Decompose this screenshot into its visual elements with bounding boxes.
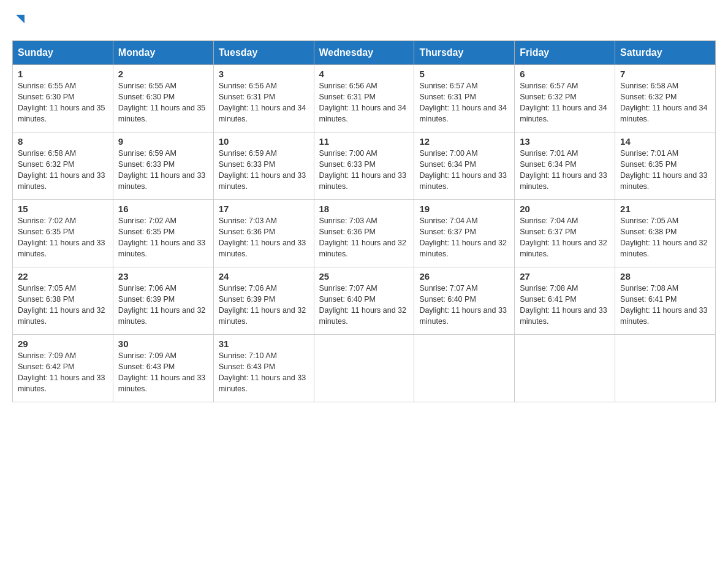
- day-info: Sunrise: 7:04 AMSunset: 6:37 PMDaylight:…: [520, 216, 607, 258]
- day-info: Sunrise: 7:02 AMSunset: 6:35 PMDaylight:…: [18, 216, 105, 258]
- calendar-cell: 13 Sunrise: 7:01 AMSunset: 6:34 PMDaylig…: [515, 132, 615, 200]
- day-info: Sunrise: 7:07 AMSunset: 6:40 PMDaylight:…: [419, 284, 506, 326]
- calendar-cell: 18 Sunrise: 7:03 AMSunset: 6:36 PMDaylig…: [314, 200, 414, 267]
- calendar-week-row: 1 Sunrise: 6:55 AMSunset: 6:30 PMDayligh…: [13, 65, 716, 132]
- day-info: Sunrise: 6:58 AMSunset: 6:32 PMDaylight:…: [18, 149, 105, 191]
- day-info: Sunrise: 6:57 AMSunset: 6:31 PMDaylight:…: [419, 82, 506, 123]
- calendar-table: SundayMondayTuesdayWednesdayThursdayFrid…: [12, 40, 716, 402]
- calendar-cell: 1 Sunrise: 6:55 AMSunset: 6:30 PMDayligh…: [13, 65, 113, 132]
- calendar-cell: 8 Sunrise: 6:58 AMSunset: 6:32 PMDayligh…: [13, 132, 113, 200]
- calendar-header-sunday: Sunday: [13, 41, 113, 65]
- calendar-cell: [515, 335, 615, 402]
- calendar-cell: 28 Sunrise: 7:08 AMSunset: 6:41 PMDaylig…: [615, 267, 716, 335]
- day-info: Sunrise: 6:59 AMSunset: 6:33 PMDaylight:…: [219, 149, 306, 191]
- calendar-week-row: 8 Sunrise: 6:58 AMSunset: 6:32 PMDayligh…: [13, 132, 716, 200]
- calendar-cell: 16 Sunrise: 7:02 AMSunset: 6:35 PMDaylig…: [113, 200, 213, 267]
- calendar-cell: 9 Sunrise: 6:59 AMSunset: 6:33 PMDayligh…: [113, 132, 213, 200]
- day-number: 9: [118, 136, 208, 147]
- day-info: Sunrise: 6:55 AMSunset: 6:30 PMDaylight:…: [18, 82, 105, 123]
- calendar-cell: 30 Sunrise: 7:09 AMSunset: 6:43 PMDaylig…: [113, 335, 213, 402]
- calendar-cell: [615, 335, 716, 402]
- day-info: Sunrise: 7:01 AMSunset: 6:35 PMDaylight:…: [620, 149, 707, 191]
- day-info: Sunrise: 7:00 AMSunset: 6:33 PMDaylight:…: [319, 149, 406, 191]
- calendar-week-row: 22 Sunrise: 7:05 AMSunset: 6:38 PMDaylig…: [13, 267, 716, 335]
- day-number: 1: [18, 69, 108, 79]
- day-info: Sunrise: 7:05 AMSunset: 6:38 PMDaylight:…: [18, 284, 105, 326]
- day-number: 25: [319, 271, 409, 282]
- day-number: 16: [118, 204, 208, 214]
- calendar-cell: 15 Sunrise: 7:02 AMSunset: 6:35 PMDaylig…: [13, 200, 113, 267]
- day-number: 4: [319, 69, 409, 79]
- calendar-cell: 24 Sunrise: 7:06 AMSunset: 6:39 PMDaylig…: [213, 267, 314, 335]
- calendar-cell: [314, 335, 414, 402]
- day-number: 29: [18, 339, 108, 349]
- day-info: Sunrise: 6:55 AMSunset: 6:30 PMDaylight:…: [118, 82, 205, 123]
- calendar-cell: 25 Sunrise: 7:07 AMSunset: 6:40 PMDaylig…: [314, 267, 414, 335]
- calendar-header-friday: Friday: [515, 41, 615, 65]
- day-info: Sunrise: 7:09 AMSunset: 6:43 PMDaylight:…: [118, 351, 205, 393]
- calendar-cell: 29 Sunrise: 7:09 AMSunset: 6:42 PMDaylig…: [13, 335, 113, 402]
- calendar-header-row: SundayMondayTuesdayWednesdayThursdayFrid…: [13, 41, 716, 65]
- calendar-cell: 31 Sunrise: 7:10 AMSunset: 6:43 PMDaylig…: [213, 335, 314, 402]
- day-info: Sunrise: 7:06 AMSunset: 6:39 PMDaylight:…: [219, 284, 306, 326]
- calendar-cell: 2 Sunrise: 6:55 AMSunset: 6:30 PMDayligh…: [113, 65, 213, 132]
- day-number: 13: [520, 136, 610, 147]
- calendar-week-row: 29 Sunrise: 7:09 AMSunset: 6:42 PMDaylig…: [13, 335, 716, 402]
- day-number: 22: [18, 271, 108, 282]
- day-number: 24: [219, 271, 309, 282]
- day-number: 19: [419, 204, 509, 214]
- calendar-header-monday: Monday: [113, 41, 213, 65]
- day-number: 31: [219, 339, 309, 349]
- day-info: Sunrise: 6:59 AMSunset: 6:33 PMDaylight:…: [118, 149, 205, 191]
- calendar-cell: 17 Sunrise: 7:03 AMSunset: 6:36 PMDaylig…: [213, 200, 314, 267]
- calendar-cell: 19 Sunrise: 7:04 AMSunset: 6:37 PMDaylig…: [414, 200, 515, 267]
- day-number: 2: [118, 69, 208, 79]
- calendar-cell: [414, 335, 515, 402]
- calendar-cell: 11 Sunrise: 7:00 AMSunset: 6:33 PMDaylig…: [314, 132, 414, 200]
- day-number: 18: [319, 204, 409, 214]
- day-number: 8: [18, 136, 108, 147]
- day-number: 26: [419, 271, 509, 282]
- day-number: 27: [520, 271, 610, 282]
- day-info: Sunrise: 7:02 AMSunset: 6:35 PMDaylight:…: [118, 216, 205, 258]
- day-number: 5: [419, 69, 509, 79]
- day-info: Sunrise: 7:06 AMSunset: 6:39 PMDaylight:…: [118, 284, 205, 326]
- calendar-cell: 22 Sunrise: 7:05 AMSunset: 6:38 PMDaylig…: [13, 267, 113, 335]
- svg-marker-0: [16, 15, 25, 23]
- day-number: 7: [620, 69, 710, 79]
- day-info: Sunrise: 7:00 AMSunset: 6:34 PMDaylight:…: [419, 149, 506, 191]
- calendar-header-saturday: Saturday: [615, 41, 716, 65]
- day-info: Sunrise: 7:03 AMSunset: 6:36 PMDaylight:…: [319, 216, 406, 258]
- calendar-cell: 27 Sunrise: 7:08 AMSunset: 6:41 PMDaylig…: [515, 267, 615, 335]
- calendar-cell: 3 Sunrise: 6:56 AMSunset: 6:31 PMDayligh…: [213, 65, 314, 132]
- calendar-header-tuesday: Tuesday: [213, 41, 314, 65]
- day-info: Sunrise: 7:04 AMSunset: 6:37 PMDaylight:…: [419, 216, 506, 258]
- logo-triangle-icon: [13, 12, 27, 26]
- day-number: 28: [620, 271, 710, 282]
- day-number: 6: [520, 69, 610, 79]
- calendar-cell: 6 Sunrise: 6:57 AMSunset: 6:32 PMDayligh…: [515, 65, 615, 132]
- day-number: 10: [219, 136, 309, 147]
- day-number: 11: [319, 136, 409, 147]
- day-number: 12: [419, 136, 509, 147]
- day-info: Sunrise: 6:56 AMSunset: 6:31 PMDaylight:…: [319, 82, 406, 123]
- day-info: Sunrise: 6:58 AMSunset: 6:32 PMDaylight:…: [620, 82, 707, 123]
- day-info: Sunrise: 7:08 AMSunset: 6:41 PMDaylight:…: [520, 284, 607, 326]
- calendar-cell: 5 Sunrise: 6:57 AMSunset: 6:31 PMDayligh…: [414, 65, 515, 132]
- day-info: Sunrise: 7:09 AMSunset: 6:42 PMDaylight:…: [18, 351, 105, 393]
- calendar-cell: 10 Sunrise: 6:59 AMSunset: 6:33 PMDaylig…: [213, 132, 314, 200]
- day-number: 15: [18, 204, 108, 214]
- calendar-cell: 7 Sunrise: 6:58 AMSunset: 6:32 PMDayligh…: [615, 65, 716, 132]
- day-number: 23: [118, 271, 208, 282]
- calendar-header-wednesday: Wednesday: [314, 41, 414, 65]
- day-number: 3: [219, 69, 309, 79]
- calendar-cell: 12 Sunrise: 7:00 AMSunset: 6:34 PMDaylig…: [414, 132, 515, 200]
- day-info: Sunrise: 7:08 AMSunset: 6:41 PMDaylight:…: [620, 284, 707, 326]
- calendar-cell: 26 Sunrise: 7:07 AMSunset: 6:40 PMDaylig…: [414, 267, 515, 335]
- day-info: Sunrise: 6:57 AMSunset: 6:32 PMDaylight:…: [520, 82, 607, 123]
- day-number: 17: [219, 204, 309, 214]
- day-number: 20: [520, 204, 610, 214]
- calendar-header-thursday: Thursday: [414, 41, 515, 65]
- day-number: 21: [620, 204, 710, 214]
- calendar-week-row: 15 Sunrise: 7:02 AMSunset: 6:35 PMDaylig…: [13, 200, 716, 267]
